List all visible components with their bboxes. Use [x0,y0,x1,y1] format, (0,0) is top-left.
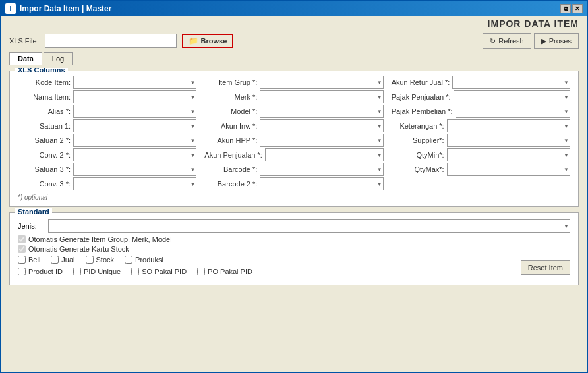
satuan2-select-wrapper: ▼ [73,134,196,147]
so-pakai-pid-checkbox[interactable] [131,268,139,275]
auto-generate-kartu-label: Otomatis Generate Kartu Stock [28,245,129,253]
keterangan-select[interactable] [447,119,570,132]
refresh-icon: ↻ [490,37,496,45]
product-id-checkbox[interactable] [18,268,26,275]
satuan1-select-wrapper: ▼ [73,119,196,132]
item-grup-label: Item Grup *: [204,78,257,86]
col2: Item Grup *: ▼ Merk *: ▼ [204,75,383,191]
pajak-pembelian-label: Pajak Pembelian *: [392,107,453,115]
barcode-select[interactable] [260,163,383,176]
toolbar: XLS File 📁 Browse ↻ Refresh ▶ Proses [1,30,587,51]
supplier-select[interactable] [447,134,570,147]
refresh-label: Refresh [498,37,524,45]
pajak-penjualan-select[interactable] [454,90,570,103]
alias-select[interactable] [73,105,196,118]
jenis-row: Jenis: ▼ [18,219,570,233]
title-bar: I Impor Data Item | Master ⧉ ✕ [1,1,587,16]
product-id-label: Product ID [28,268,63,275]
merk-select[interactable] [260,90,383,103]
barcode2-label: Barcode 2 *: [204,180,257,188]
akun-hpp-select[interactable] [260,134,383,147]
tabs-bar: Data Log [1,51,587,65]
satuan3-select[interactable] [73,163,196,176]
kode-item-select-wrapper: ▼ [73,76,196,89]
field-row-conv2: Conv. 2 *: ▼ [18,148,196,162]
satuan2-label: Satuan 2 *: [18,136,71,144]
tab-log[interactable]: Log [44,52,73,65]
akun-retur-jual-select[interactable] [452,76,570,89]
field-row-nama-item: Nama Item: ▼ [18,90,196,104]
akun-retur-jual-label: Akun Retur Jual *: [392,78,450,86]
nama-item-select-wrapper: ▼ [73,90,196,103]
akun-penjualan-select-wrapper: ▼ [265,148,384,161]
field-row-item-grup: Item Grup *: ▼ [204,75,383,90]
akun-hpp-select-wrapper: ▼ [260,134,383,147]
auto-generate-kartu-checkbox[interactable] [18,245,26,253]
qtymax-select[interactable] [447,163,570,176]
model-select-wrapper: ▼ [260,105,383,118]
auto-generate-item-checkbox[interactable] [18,235,26,243]
satuan3-select-wrapper: ▼ [73,163,196,176]
field-row-alias: Alias *: ▼ [18,104,196,119]
col1: Kode Item: ▼ Nama Item: ▼ [18,75,196,191]
satuan1-select[interactable] [73,119,196,132]
field-row-qtymin: QtyMin*: ▼ [392,148,570,162]
akun-penjualan-select[interactable] [265,148,384,161]
checkboxes-row2: Product ID PID Unique SO Pakai PID [18,268,252,277]
optional-note: *) optional [18,194,570,201]
alias-label: Alias *: [18,107,71,115]
item-grup-select[interactable] [260,76,383,89]
conv2-select-wrapper: ▼ [73,148,196,161]
tab-data[interactable]: Data [9,52,42,65]
alias-select-wrapper: ▼ [73,105,196,118]
satuan2-select[interactable] [73,134,196,147]
field-row-keterangan: Keterangan *: ▼ [392,119,570,133]
barcode2-select[interactable] [260,177,383,190]
qtymin-select[interactable] [447,148,570,161]
xls-columns-section: XLS Columns Kode Item: ▼ Nama Item: [9,71,579,207]
content-area: IMPOR DATA ITEM XLS File 📁 Browse ↻ Refr… [1,16,587,372]
kode-item-select[interactable] [73,76,196,89]
stock-checkbox[interactable] [86,256,94,264]
xls-label: XLS File [9,37,37,45]
refresh-button[interactable]: ↻ Refresh [483,33,531,49]
field-row-satuan1: Satuan 1: ▼ [18,119,196,133]
jual-checkbox[interactable] [51,256,59,264]
model-select[interactable] [260,105,383,118]
xls-columns-title: XLS Columns [15,68,68,74]
pid-unique-checkbox[interactable] [73,268,81,275]
close-button[interactable]: ✕ [572,4,583,13]
reset-item-button[interactable]: Reset Item [521,260,570,275]
produksi-checkbox[interactable] [125,256,132,264]
checkbox-beli: Beli [18,256,40,264]
conv3-select[interactable] [73,177,196,190]
col3: Akun Retur Jual *: ▼ Pajak Penjualan *: … [392,75,570,191]
conv2-select[interactable] [73,148,196,161]
field-row-satuan3: Satuan 3 *: ▼ [18,162,196,177]
jenis-select[interactable] [48,219,570,233]
field-row-kode-item: Kode Item: ▼ [18,75,196,90]
restore-button[interactable]: ⧉ [560,4,571,13]
akun-inv-label: Akun Inv. *: [204,122,257,130]
po-pakai-pid-checkbox[interactable] [197,268,205,275]
akun-inv-select[interactable] [260,119,383,132]
field-row-pajak-penjualan: Pajak Penjualan *: ▼ [392,90,570,104]
field-row-akun-inv: Akun Inv. *: ▼ [204,119,383,133]
browse-button[interactable]: 📁 Browse [182,34,234,48]
pajak-penjualan-label: Pajak Penjualan *: [392,93,451,101]
proses-icon: ▶ [541,37,546,45]
merk-select-wrapper: ▼ [260,90,383,103]
barcode-select-wrapper: ▼ [260,163,383,176]
keterangan-select-wrapper: ▼ [447,119,570,132]
xls-file-input[interactable] [45,34,177,48]
akun-hpp-label: Akun HPP *: [204,136,257,144]
nama-item-select[interactable] [73,90,196,103]
supplier-label: Supplier*: [392,136,444,144]
pajak-pembelian-select[interactable] [456,105,570,118]
checkbox-auto-generate-item: Otomatis Generate Item Group, Merk, Mode… [18,235,570,243]
proses-button[interactable]: ▶ Proses [534,33,579,49]
checkbox-auto-generate-kartu: Otomatis Generate Kartu Stock [18,245,570,253]
field-row-akun-hpp: Akun HPP *: ▼ [204,133,383,148]
beli-checkbox[interactable] [18,256,26,264]
field-row-barcode2: Barcode 2 *: ▼ [204,177,383,191]
